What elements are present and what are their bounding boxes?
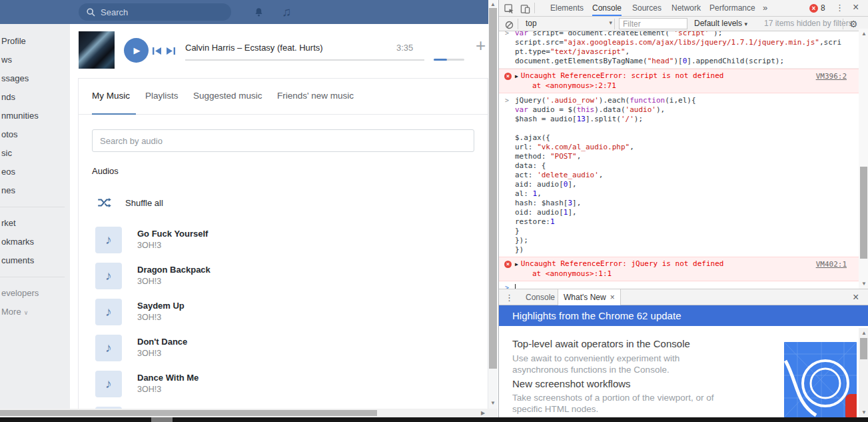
track-title[interactable]: Go Fuck Yourself bbox=[137, 229, 208, 239]
track-row[interactable]: ♪ Dragon Backpack 3OH!3 bbox=[95, 263, 468, 289]
tab-performance[interactable]: Performance bbox=[709, 0, 755, 16]
devtools-tab-bar: Elements Console Sources Network Perform… bbox=[499, 0, 868, 17]
volume-slider[interactable] bbox=[434, 59, 464, 61]
settings-gear-icon[interactable]: ⚙ bbox=[849, 19, 858, 29]
add-track-button[interactable]: + bbox=[476, 37, 486, 54]
track-artist[interactable]: 3OH!3 bbox=[137, 349, 161, 358]
shuffle-all-button[interactable]: Shuffle all bbox=[97, 195, 163, 210]
scrollbar-thumb[interactable] bbox=[860, 167, 867, 259]
album-art[interactable] bbox=[79, 31, 115, 69]
tab-friends-new-music[interactable]: Friends' new music bbox=[277, 91, 354, 101]
sidebar-item-photos[interactable]: otos bbox=[0, 125, 70, 144]
console-filter-input[interactable] bbox=[619, 18, 687, 29]
error-source-link[interactable]: VM402:1 bbox=[816, 260, 847, 269]
page-vertical-scrollbar[interactable]: ▲ ▼ bbox=[488, 0, 498, 409]
error-source-link[interactable]: VM396:2 bbox=[816, 72, 847, 81]
console-prompt[interactable]: > bbox=[499, 281, 859, 289]
execution-context-selector[interactable]: top ▾ bbox=[526, 19, 612, 28]
whats-new-heading[interactable]: Top-level await operators in the Console bbox=[512, 338, 690, 349]
track-title[interactable]: Dance With Me bbox=[137, 373, 199, 383]
scroll-up-icon[interactable]: ▲ bbox=[861, 330, 867, 337]
tab-suggested-music[interactable]: Suggested music bbox=[193, 91, 262, 101]
sidebar-item-messages[interactable]: ssages bbox=[0, 69, 70, 88]
context-value: top bbox=[526, 19, 537, 28]
error-count-badge[interactable]: × 8 bbox=[809, 3, 825, 13]
track-title[interactable]: Don't Dance bbox=[137, 337, 187, 347]
progress-bar[interactable] bbox=[185, 59, 424, 61]
drawer-tab-console[interactable]: Console bbox=[520, 289, 560, 305]
clear-console-icon[interactable] bbox=[503, 19, 515, 31]
sidebar-item-friends[interactable]: nds bbox=[0, 88, 70, 107]
sidebar-item-developers[interactable]: evelopers bbox=[0, 284, 70, 303]
now-playing-title[interactable]: Calvin Harris – Ecstasy (feat. Hurts) bbox=[185, 43, 405, 53]
shuffle-all-label: Shuffle all bbox=[125, 198, 163, 208]
expand-arrow-icon[interactable]: ▶ bbox=[515, 73, 518, 79]
sidebar-item-bookmarks[interactable]: okmarks bbox=[0, 233, 70, 251]
close-tab-icon[interactable]: × bbox=[610, 293, 615, 302]
more-tabs-icon[interactable]: » bbox=[763, 0, 767, 16]
page-horizontal-scrollbar[interactable]: ▶ bbox=[0, 409, 498, 417]
notifications-bell-icon[interactable] bbox=[250, 4, 266, 20]
scrollbar-thumb[interactable] bbox=[0, 410, 377, 416]
track-row[interactable]: ♪ Dance With Me 3OH!3 bbox=[95, 371, 468, 397]
sidebar-item-games[interactable]: nes bbox=[0, 181, 70, 200]
sidebar-item-videos[interactable]: eos bbox=[0, 163, 70, 181]
scrollbar-thumb[interactable] bbox=[860, 338, 867, 359]
track-artist[interactable]: 3OH!3 bbox=[137, 241, 161, 250]
track-row[interactable]: ♪ Don't Dance 3OH!3 bbox=[95, 335, 468, 361]
track-title[interactable]: Dragon Backpack bbox=[137, 265, 211, 275]
devtools-panel: Elements Console Sources Network Perform… bbox=[498, 0, 868, 417]
scroll-up-icon[interactable]: ▲ bbox=[490, 1, 496, 8]
tab-my-music[interactable]: My Music bbox=[92, 91, 130, 101]
expand-arrow-icon[interactable]: ▶ bbox=[515, 261, 518, 267]
sidebar-item-documents[interactable]: cuments bbox=[0, 251, 70, 270]
header-search-input[interactable]: Search bbox=[79, 3, 231, 21]
console-error: × ▶Uncaught ReferenceError: script is no… bbox=[499, 69, 859, 93]
scroll-down-icon[interactable]: ▼ bbox=[490, 400, 496, 407]
sidebar-item-music[interactable]: sic bbox=[0, 144, 70, 163]
drawer-scrollbar[interactable]: ▲ ▼ bbox=[859, 328, 868, 417]
sidebar-item-profile[interactable]: Profile bbox=[0, 32, 70, 51]
device-toolbar-icon[interactable] bbox=[519, 3, 531, 15]
error-icon: × bbox=[504, 73, 512, 80]
music-icon[interactable]: ♫ bbox=[278, 4, 294, 20]
close-drawer-icon[interactable]: × bbox=[853, 291, 859, 303]
tab-playlists[interactable]: Playlists bbox=[145, 91, 179, 101]
scroll-right-icon[interactable]: ▶ bbox=[481, 410, 485, 417]
sidebar-item-communities[interactable]: nmunities bbox=[0, 107, 70, 125]
close-devtools-icon[interactable]: × bbox=[853, 1, 859, 13]
scroll-down-icon[interactable]: ▼ bbox=[861, 409, 867, 416]
drawer-kebab-menu-icon[interactable]: ⋮ bbox=[505, 293, 514, 303]
track-artist[interactable]: 3OH!3 bbox=[137, 313, 161, 322]
console-scrollbar[interactable]: ▲ ▼ bbox=[859, 29, 868, 289]
kebab-menu-icon[interactable]: ⋮ bbox=[835, 3, 844, 13]
scrollbar-thumb[interactable] bbox=[489, 8, 497, 369]
tab-console[interactable]: Console bbox=[592, 0, 622, 16]
sidebar-item-market[interactable]: rket bbox=[0, 214, 70, 233]
next-track-button[interactable] bbox=[166, 46, 176, 55]
previous-track-button[interactable] bbox=[153, 46, 163, 55]
sidebar-item-more[interactable]: More∨ bbox=[0, 303, 70, 321]
tab-network[interactable]: Network bbox=[671, 0, 701, 16]
tab-sources[interactable]: Sources bbox=[632, 0, 661, 16]
play-button[interactable]: ▶ bbox=[124, 38, 149, 63]
console-code: jQuery('.audio_row').each(function(i,el)… bbox=[515, 96, 852, 255]
audio-search-input[interactable] bbox=[92, 129, 474, 152]
vk-sidebar: Profile ws ssages nds nmunities otos sic… bbox=[0, 24, 70, 409]
track-artist[interactable]: 3OH!3 bbox=[137, 385, 161, 394]
track-row[interactable]: ♪ Go Fuck Yourself 3OH!3 bbox=[95, 227, 468, 253]
track-thumbnail: ♪ bbox=[95, 263, 122, 289]
music-section: My Music Playlists Suggested music Frien… bbox=[78, 78, 488, 409]
inspect-element-icon[interactable] bbox=[503, 3, 515, 15]
error-icon: × bbox=[809, 4, 818, 13]
track-row[interactable]: ♪ Saydem Up 3OH!3 bbox=[95, 299, 468, 325]
scroll-up-icon[interactable]: ▲ bbox=[861, 31, 867, 37]
track-artist[interactable]: 3OH!3 bbox=[137, 277, 161, 286]
track-title[interactable]: Saydem Up bbox=[137, 301, 185, 311]
drawer-tab-whats-new[interactable]: What's New× bbox=[558, 289, 621, 306]
tab-elements[interactable]: Elements bbox=[550, 0, 584, 16]
scroll-down-icon[interactable]: ▼ bbox=[861, 281, 867, 287]
whats-new-heading[interactable]: New screenshot workflows bbox=[512, 378, 631, 389]
sidebar-item-news[interactable]: ws bbox=[0, 51, 70, 69]
log-levels-selector[interactable]: Default levels ▾ bbox=[694, 19, 747, 28]
